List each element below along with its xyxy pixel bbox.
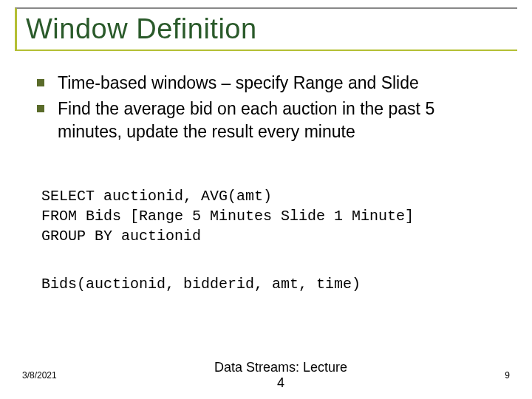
footer-page-number: 9 xyxy=(505,370,510,381)
list-item: Find the average bid on each auction in … xyxy=(37,98,502,143)
slide-title: Window Definition xyxy=(26,13,517,45)
footer-center-line1: Data Streams: Lecture xyxy=(214,360,347,375)
sql-code-block: SELECT auctionid, AVG(amt) FROM Bids [Ra… xyxy=(15,186,517,246)
code-line: GROUP BY auctionid xyxy=(41,228,201,245)
title-area: Window Definition xyxy=(15,7,517,51)
bullet-text: Find the average bid on each auction in … xyxy=(58,98,502,143)
square-bullet-icon xyxy=(37,79,44,86)
footer-center-line2: 4 xyxy=(277,375,284,390)
code-line: SELECT auctionid, AVG(amt) xyxy=(41,188,272,205)
footer-date: 3/8/2021 xyxy=(22,370,57,381)
list-item: Time-based windows – specify Range and S… xyxy=(37,72,502,95)
bullet-list: Time-based windows – specify Range and S… xyxy=(15,72,517,143)
schema-code-block: Bids(auctionid, bidderid, amt, time) xyxy=(15,274,517,294)
code-line: Bids(auctionid, bidderid, amt, time) xyxy=(41,276,361,293)
footer-lecture-label: Data Streams: Lecture 4 xyxy=(214,360,347,392)
code-line: FROM Bids [Range 5 Minutes Slide 1 Minut… xyxy=(41,208,414,225)
slide-footer: 3/8/2021 Data Streams: Lecture 4 9 xyxy=(0,360,532,392)
square-bullet-icon xyxy=(37,105,44,112)
bullet-text: Time-based windows – specify Range and S… xyxy=(58,72,419,95)
slide-container: Window Definition Time-based windows – s… xyxy=(0,0,532,399)
